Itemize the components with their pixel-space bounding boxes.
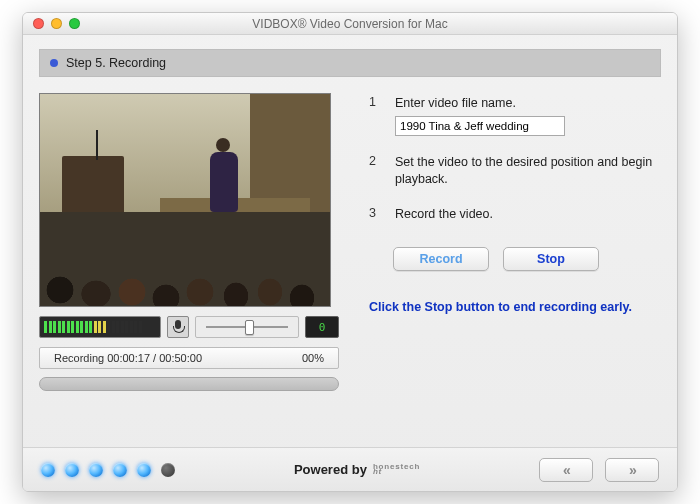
step-dot[interactable] [41,463,55,477]
prev-button[interactable]: « [539,458,593,482]
slider-knob-icon[interactable] [245,320,254,335]
recording-pct: 00% [302,352,324,364]
footer: Powered by honestech ht « » [23,447,677,491]
step-number: 1 [369,95,381,136]
recording-time: Recording 00:00:17 / 00:50:00 [54,352,202,364]
step-dot[interactable] [113,463,127,477]
right-panel: 1 Enter video file name. 2 Set the video… [339,93,661,437]
powered-by-label: Powered by [294,462,367,477]
audio-level-meter [39,316,161,338]
audio-count: 0 [305,316,339,338]
step-bullet-icon [50,59,58,67]
hint-text: Click the Stop button to end recording e… [369,299,653,316]
progress-bar [39,377,339,391]
titlebar: VIDBOX® Video Conversion for Mac [23,13,677,35]
video-preview [39,93,331,307]
nav-buttons: « » [539,458,659,482]
video-scene [40,94,330,306]
step-dot[interactable] [89,463,103,477]
step-dot[interactable] [65,463,79,477]
record-controls: Record Stop [393,247,653,271]
instruction-text: Set the video to the desired position an… [395,154,653,188]
zoom-icon[interactable] [69,18,80,29]
instruction-1: 1 Enter video file name. [369,95,653,136]
brand-logo: honestech ht [373,465,420,475]
record-button[interactable]: Record [393,247,489,271]
left-panel: 0 Recording 00:00:17 / 00:50:00 00% [39,93,339,437]
filename-input[interactable] [395,116,565,136]
step-label: Step 5. Recording [66,56,166,70]
body: 0 Recording 00:00:17 / 00:50:00 00% 1 En… [39,77,661,437]
window-title: VIDBOX® Video Conversion for Mac [23,17,677,31]
powered-by: Powered by honestech ht [294,462,420,477]
close-icon[interactable] [33,18,44,29]
volume-slider[interactable] [195,316,299,338]
instruction-2: 2 Set the video to the desired position … [369,154,653,188]
app-window: VIDBOX® Video Conversion for Mac Step 5.… [22,12,678,492]
audio-controls: 0 [39,315,339,339]
mic-toggle[interactable] [167,316,189,338]
microphone-icon [173,320,183,334]
instruction-text: Enter video file name. [395,95,653,112]
minimize-icon[interactable] [51,18,62,29]
step-number: 3 [369,206,381,223]
step-dots [41,463,175,477]
content: Step 5. Recording [23,35,677,447]
next-button[interactable]: » [605,458,659,482]
instruction-3: 3 Record the video. [369,206,653,223]
traffic-lights [23,18,80,29]
step-number: 2 [369,154,381,188]
step-dot-current[interactable] [161,463,175,477]
instruction-text: Record the video. [395,206,653,223]
step-dot[interactable] [137,463,151,477]
stop-button[interactable]: Stop [503,247,599,271]
recording-status: Recording 00:00:17 / 00:50:00 00% [39,347,339,369]
step-banner: Step 5. Recording [39,49,661,77]
